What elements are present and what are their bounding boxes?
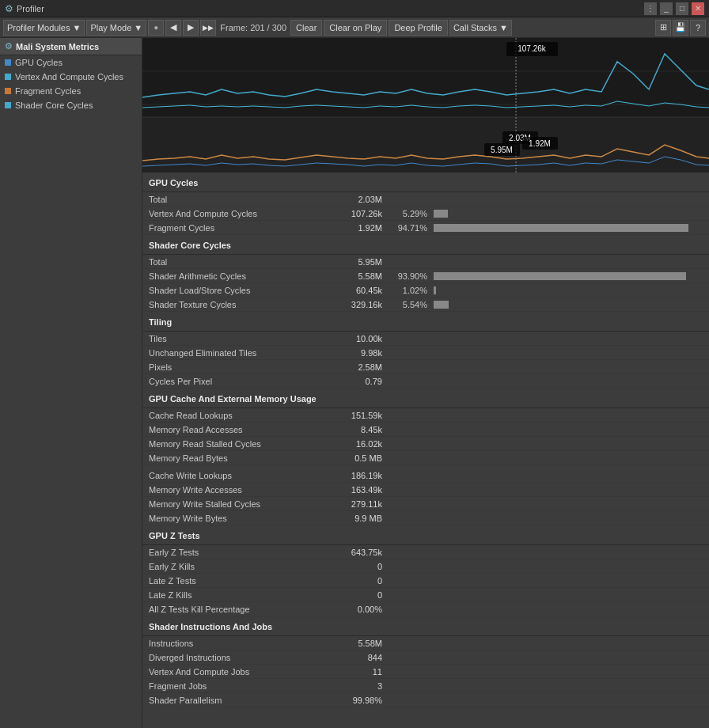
row-label: Vertex And Compute Jobs — [149, 667, 331, 677]
row-bar-container — [434, 272, 703, 280]
help-btn[interactable]: ? — [690, 20, 706, 36]
row-label: Memory Read Bytes — [149, 453, 331, 463]
data-row: Memory Write Bytes 9.9 MB — [142, 511, 709, 525]
row-label: Late Z Tests — [149, 576, 331, 586]
legend-item-0[interactable]: GPU Cycles — [0, 55, 142, 70]
data-row: Cycles Per Pixel 0.79 — [142, 374, 709, 389]
last-frame-btn[interactable]: ▶▶ — [200, 20, 216, 36]
legend-color-3 — [5, 102, 11, 108]
row-label: Total — [149, 195, 331, 204]
row-bar — [434, 272, 686, 280]
data-row: Fragment Cycles 1.92M 94.71% — [142, 221, 709, 235]
row-value: 10.00k — [331, 334, 390, 343]
row-label: Cache Read Lookups — [149, 411, 331, 420]
data-row: Pixels 2.58M — [142, 360, 709, 374]
row-label: Unchanged Eliminated Tiles — [149, 348, 331, 358]
chevron-down-icon: ▼ — [72, 23, 81, 32]
data-row: Memory Write Accesses 163.49k — [142, 483, 709, 497]
legend-item-3[interactable]: Shader Core Cycles — [0, 98, 142, 112]
row-label: Memory Write Bytes — [149, 514, 331, 523]
clear-on-play-btn[interactable]: Clear on Play — [324, 20, 387, 36]
data-row: Memory Read Stalled Cycles 16.02k — [142, 437, 709, 451]
row-label: Fragment Jobs — [149, 681, 331, 691]
data-row: Vertex And Compute Jobs 11 — [142, 665, 709, 679]
section-header-shader-core-cycles: Shader Core Cycles — [142, 237, 709, 255]
row-label: Cycles Per Pixel — [149, 377, 331, 386]
svg-rect-4 — [142, 117, 709, 173]
data-row: Total 5.95M — [142, 255, 709, 269]
row-value: 60.45k — [331, 286, 390, 295]
legend-item-2[interactable]: Fragment Cycles — [0, 84, 142, 98]
row-value: 844 — [331, 653, 390, 662]
call-stacks-dropdown[interactable]: Call Stacks ▼ — [449, 20, 512, 36]
data-row: All Z Tests Kill Percentage 0.00% — [142, 602, 709, 616]
row-bar — [434, 286, 436, 294]
row-value: 8.45k — [331, 425, 390, 434]
row-percent: 94.71% — [390, 223, 434, 233]
legend-color-0 — [5, 59, 11, 66]
data-row: Tiles 10.00k — [142, 332, 709, 346]
row-percent: 93.90% — [390, 271, 434, 281]
row-bar-container — [434, 224, 703, 232]
data-row: Cache Read Lookups 151.59k — [142, 408, 709, 423]
row-value: 0.79 — [331, 377, 390, 386]
data-row: Memory Read Accesses 8.45k — [142, 423, 709, 437]
next-frame-btn[interactable]: ▶ — [183, 20, 199, 36]
prev-frame-btn[interactable]: ◀ — [165, 20, 181, 36]
data-table: GPU Cycles Total 2.03M Vertex And Comput… — [142, 173, 709, 728]
row-value: 186.19k — [331, 471, 390, 480]
legend-color-1 — [5, 74, 11, 80]
data-row: Late Z Tests 0 — [142, 574, 709, 588]
row-bar-container — [434, 210, 703, 218]
window-controls: ⋮ _ □ ✕ — [644, 2, 704, 15]
section-header-shader-instructions-jobs: Shader Instructions And Jobs — [142, 618, 709, 636]
data-row: Vertex And Compute Cycles 107.26k 5.29% — [142, 207, 709, 221]
chart-svg: 107.26k 2.03M 5.95M 1.92M — [142, 38, 709, 173]
legend-color-2 — [5, 88, 11, 94]
row-value: 643.75k — [331, 548, 390, 557]
row-label: Memory Read Accesses — [149, 425, 331, 434]
row-value: 0 — [331, 576, 390, 586]
row-bar — [434, 224, 688, 232]
minimize-btn[interactable]: _ — [660, 2, 673, 15]
data-row: Diverged Instructions 844 — [142, 650, 709, 665]
row-bar — [434, 301, 449, 309]
save-btn[interactable]: 💾 — [673, 20, 688, 36]
legend-item-1[interactable]: Vertex And Compute Cycles — [0, 70, 142, 84]
section-header-gpu-z-tests: GPU Z Tests — [142, 527, 709, 545]
title-bar: ⚙ Profiler ⋮ _ □ ✕ — [0, 0, 709, 17]
data-row: Unchanged Eliminated Tiles 9.98k — [142, 346, 709, 360]
row-value: 1.92M — [331, 223, 390, 233]
row-value: 99.98% — [331, 696, 390, 705]
row-value: 5.58M — [331, 271, 390, 281]
layout-btn[interactable]: ⊞ — [655, 20, 671, 36]
row-percent: 5.54% — [390, 300, 434, 309]
main-content: ⚙ Mali System Metrics GPU Cycles Vertex … — [0, 38, 709, 728]
clear-btn[interactable]: Clear — [290, 20, 322, 36]
row-percent: 5.29% — [390, 209, 434, 218]
section-header-gpu-cycles: GPU Cycles — [142, 174, 709, 192]
row-label: Shader Arithmetic Cycles — [149, 271, 331, 281]
row-value: 11 — [331, 667, 390, 677]
row-value: 0.00% — [331, 605, 390, 614]
chevron-down-icon: ▼ — [499, 23, 508, 32]
row-label: Diverged Instructions — [149, 653, 331, 662]
row-bar-container — [434, 286, 703, 294]
close-btn[interactable]: ✕ — [692, 2, 704, 15]
profiler-modules-dropdown[interactable]: Profiler Modules ▼ — [3, 20, 85, 36]
maximize-btn[interactable]: □ — [676, 2, 688, 15]
row-label: Memory Write Stalled Cycles — [149, 499, 331, 509]
deep-profile-btn[interactable]: Deep Profile — [389, 20, 448, 36]
row-value: 9.98k — [331, 348, 390, 358]
play-mode-dropdown[interactable]: Play Mode ▼ — [86, 20, 146, 36]
sidebar-title: Mali System Metrics — [16, 42, 99, 51]
settings-btn[interactable]: ⋮ — [644, 2, 657, 15]
chart-container: 107.26k 2.03M 5.95M 1.92M — [142, 38, 709, 173]
row-bar — [434, 210, 448, 218]
record-btn[interactable]: ● — [148, 20, 164, 36]
row-label: All Z Tests Kill Percentage — [149, 605, 331, 614]
right-panel: 107.26k 2.03M 5.95M 1.92M GPU Cycles Tot… — [142, 38, 709, 728]
toolbar: Profiler Modules ▼ Play Mode ▼ ● ◀ ▶ ▶▶ … — [0, 17, 709, 38]
data-row: Shader Parallelism 99.98% — [142, 693, 709, 707]
row-label: Early Z Tests — [149, 548, 331, 557]
